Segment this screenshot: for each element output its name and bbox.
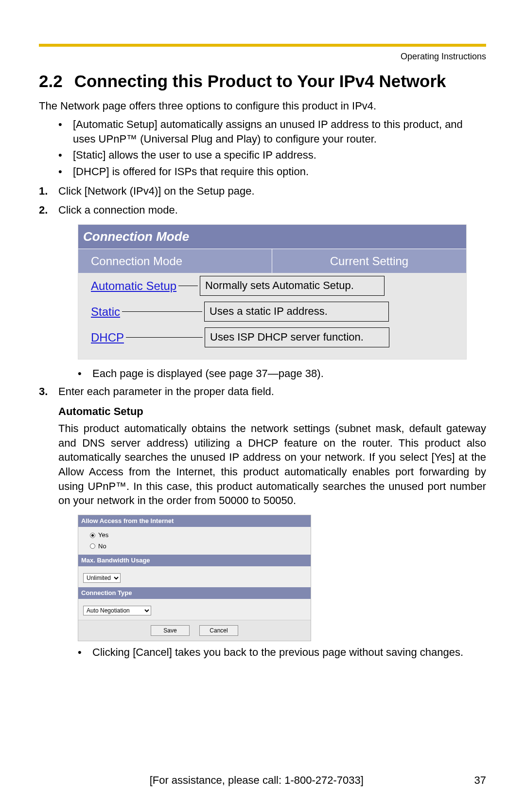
connection-mode-header-row: Connection Mode Current Setting: [78, 249, 466, 273]
automatic-setup-heading: Automatic Setup: [58, 404, 486, 419]
col-header-current: Current Setting: [272, 249, 466, 273]
table-row: Static Uses a static IP address.: [78, 299, 466, 325]
save-button[interactable]: Save: [151, 625, 190, 636]
step-2-note: Each page is displayed (see page 37—page…: [78, 366, 486, 381]
radio-unselected-icon[interactable]: [90, 543, 95, 549]
allow-access-no-row[interactable]: No: [83, 541, 306, 552]
intro-text: The Network page offers three options to…: [39, 100, 486, 112]
step-2-text: Click a connection mode.: [58, 204, 178, 216]
static-link[interactable]: Static: [91, 304, 120, 320]
bandwidth-select[interactable]: Unlimited: [83, 573, 121, 583]
callout-line: [126, 337, 203, 338]
step-1: 1. Click [Network (IPv4)] on the Setup p…: [39, 184, 486, 199]
intro-bullet-list: [Automatic Setup] automatically assigns …: [58, 117, 486, 179]
step-1-text: Click [Network (IPv4)] on the Setup page…: [58, 185, 255, 197]
cancel-note: Clicking [Cancel] takes you back to the …: [78, 645, 486, 660]
bandwidth-header: Max. Bandwidth Usage: [78, 555, 311, 566]
allow-access-header: Allow Access from the Internet: [78, 515, 311, 527]
section-heading-text: Connecting this Product to Your IPv4 Net…: [74, 72, 446, 90]
radio-selected-icon[interactable]: [90, 533, 95, 538]
allow-access-yes-row[interactable]: Yes: [83, 530, 306, 541]
step-2: 2. Click a connection mode. Connection M…: [39, 203, 486, 381]
connection-mode-title: Connection Mode: [78, 225, 466, 249]
step-3: 3. Enter each parameter in the proper da…: [39, 384, 486, 660]
static-desc: Uses a static IP address.: [204, 302, 389, 322]
automatic-setup-link[interactable]: Automatic Setup: [91, 278, 176, 294]
section-title: 2.2Connecting this Product to Your IPv4 …: [39, 72, 486, 91]
section-number: 2.2: [39, 72, 63, 91]
intro-bullet: [DHCP] is offered for ISPs that require …: [58, 164, 486, 179]
page-number: 37: [474, 774, 486, 787]
top-rule: [39, 44, 486, 47]
automatic-setup-desc: Normally sets Automatic Setup.: [200, 276, 385, 296]
doc-label: Operating Instructions: [39, 52, 486, 62]
page-footer: [For assistance, please call: 1-800-272-…: [39, 774, 486, 787]
automatic-setup-paragraph: This product automatically obtains the n…: [58, 421, 486, 508]
cancel-button[interactable]: Cancel: [199, 625, 238, 636]
connection-type-header: Connection Type: [78, 587, 311, 599]
intro-bullet: [Automatic Setup] automatically assigns …: [58, 117, 486, 146]
intro-bullet: [Static] allows the user to use a specif…: [58, 148, 486, 162]
dhcp-link[interactable]: DHCP: [91, 329, 124, 346]
footer-assist: [For assistance, please call: 1-800-272-…: [39, 774, 474, 787]
callout-line: [178, 286, 198, 286]
allow-access-yes-label: Yes: [98, 531, 108, 540]
table-row: Automatic Setup Normally sets Automatic …: [78, 273, 466, 299]
callout-line: [122, 311, 202, 312]
table-row: DHCP Uses ISP DHCP server function.: [78, 325, 466, 350]
settings-panel-figure: Allow Access from the Internet Yes No Ma…: [78, 515, 311, 641]
allow-access-no-label: No: [98, 542, 106, 551]
step-3-text: Enter each parameter in the proper data …: [58, 385, 274, 397]
col-header-mode: Connection Mode: [78, 249, 272, 273]
dhcp-desc: Uses ISP DHCP server function.: [205, 327, 389, 347]
connection-type-select[interactable]: Auto Negotiation: [83, 606, 151, 615]
connection-mode-figure: Connection Mode Connection Mode Current …: [78, 224, 467, 359]
